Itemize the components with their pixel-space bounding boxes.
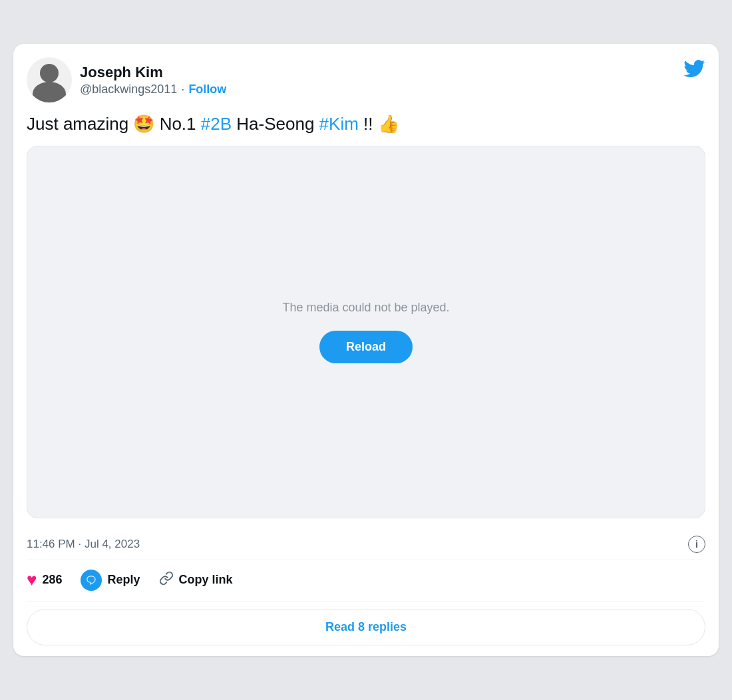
user-info: Joseph Kim @blackwings2011 · Follow: [80, 64, 226, 96]
like-button[interactable]: ♥ 286: [27, 570, 62, 590]
tweet-text: Just amazing 🤩 No.1 #2B Ha-Seong #Kim !!…: [27, 112, 705, 136]
handle-follow-row: @blackwings2011 · Follow: [80, 83, 226, 96]
copy-link-label: Copy link: [179, 573, 233, 587]
tweet-card: Joseph Kim @blackwings2011 · Follow Just…: [13, 44, 719, 655]
heart-icon: ♥: [27, 570, 37, 590]
reply-button[interactable]: Reply: [81, 570, 140, 591]
media-player: The media could not be played. Reload: [27, 146, 705, 518]
user-handle: @blackwings2011: [80, 83, 177, 96]
tweet-header-left: Joseph Kim @blackwings2011 · Follow: [27, 57, 226, 102]
link-icon: [159, 571, 174, 590]
dot-separator: ·: [181, 83, 184, 96]
avatar[interactable]: [27, 57, 72, 102]
follow-button[interactable]: Follow: [188, 83, 226, 96]
display-name: Joseph Kim: [80, 64, 226, 81]
like-count: 286: [42, 573, 62, 587]
twitter-logo: [683, 57, 705, 85]
tweet-header: Joseph Kim @blackwings2011 · Follow: [27, 57, 705, 102]
reload-button[interactable]: Reload: [319, 331, 413, 363]
actions-row: ♥ 286 Reply Copy link: [27, 560, 705, 602]
reply-label: Reply: [107, 573, 140, 587]
hashtag-2b[interactable]: #2B: [201, 114, 232, 134]
media-error-text: The media could not be played.: [282, 301, 449, 315]
tweet-timestamp: 11:46 PM · Jul 4, 2023: [27, 538, 140, 551]
hashtag-kim[interactable]: #Kim: [319, 114, 359, 134]
copy-link-button[interactable]: Copy link: [159, 571, 233, 590]
timestamp-row: 11:46 PM · Jul 4, 2023 i: [27, 529, 705, 560]
reply-icon: [81, 570, 102, 591]
read-replies-button[interactable]: Read 8 replies: [27, 609, 705, 645]
info-icon[interactable]: i: [688, 536, 705, 553]
